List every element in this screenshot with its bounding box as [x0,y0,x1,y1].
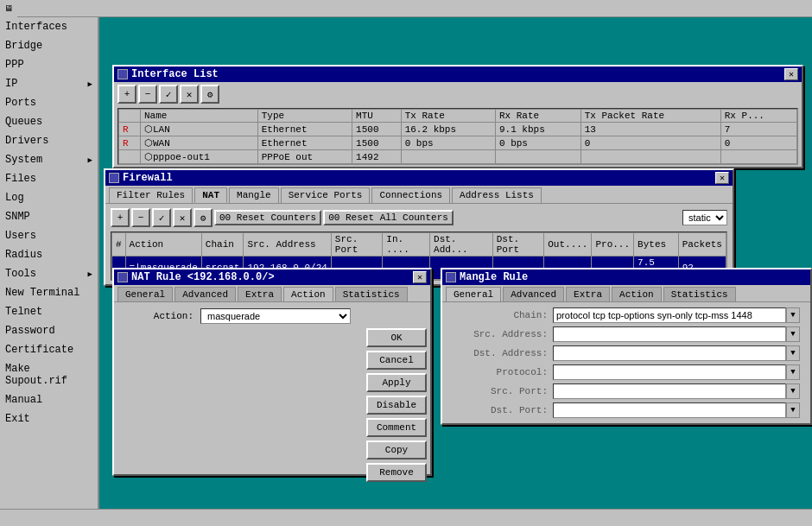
nat-rule-close[interactable]: ✕ [413,271,427,283]
fw-col-dst-port: Dst. Port [492,233,544,257]
tab-filter-rules[interactable]: Filter Rules [109,187,193,203]
sidebar-item-drivers[interactable]: Drivers [0,131,98,150]
sidebar-item-new-terminal[interactable]: New Terminal [0,283,98,302]
iface-check-button[interactable]: ✓ [159,85,178,104]
mangle-src-port-input[interactable] [553,383,786,399]
sidebar-item-make-supout[interactable]: Make Supout.rif [0,359,98,390]
nat-rule-titlebar[interactable]: NAT Rule <192.168.0.0/> ✕ [114,269,430,285]
mangle-protocol-label: Protocol: [453,367,548,377]
fw-add-button[interactable]: + [111,208,130,227]
nat-tab-statistics[interactable]: Statistics [335,287,408,301]
mangle-chain-dropdown[interactable]: ▼ [786,307,800,323]
mangle-dst-port-input[interactable] [553,402,786,418]
fw-settings-button[interactable]: ⚙ [193,208,213,227]
table-row[interactable]: R ⬡LAN Ethernet 1500 16.2 kbps 9.1 kbps … [119,123,797,136]
sidebar-item-queues[interactable]: Queues [0,112,98,131]
tab-address-lists[interactable]: Address Lists [452,187,542,203]
nat-comment-button[interactable]: Comment [366,418,427,437]
iface-cell-rx-rate [495,150,580,164]
mangle-dst-addr-label: Dst. Address: [453,348,548,358]
sidebar-item-system[interactable]: System [0,150,98,169]
sidebar-item-snmp[interactable]: SNMP [0,207,98,226]
mangle-tab-general[interactable]: General [446,287,501,301]
col-flag [119,110,141,123]
fw-check-button[interactable]: ✓ [152,208,171,227]
mangle-tab-action[interactable]: Action [612,287,662,301]
sidebar-item-ip[interactable]: IP [0,74,98,93]
firewall-titlebar[interactable]: Firewall ✕ [105,170,733,186]
sidebar-item-files[interactable]: Files [0,169,98,188]
fw-col-out: Out.... [544,233,592,257]
nat-copy-button[interactable]: Copy [366,440,427,459]
sidebar-item-radius[interactable]: Radius [0,245,98,264]
sidebar-item-bridge[interactable]: Bridge [0,36,98,55]
sidebar-item-ppp[interactable]: PPP [0,55,98,74]
nat-tab-general[interactable]: General [117,287,173,301]
fw-col-action: Action [125,233,201,257]
sidebar-item-ports[interactable]: Ports [0,93,98,112]
fw-oo-reset-button[interactable]: 00 Reset Counters [214,210,321,225]
firewall-close[interactable]: ✕ [715,172,729,184]
iface-cell-type: Ethernet [257,123,352,136]
iface-cell-flag [119,150,141,164]
sidebar-item-certificate[interactable]: Certificate [0,340,98,359]
sidebar-item-telnet[interactable]: Telnet [0,302,98,321]
sidebar-item-log[interactable]: Log [0,188,98,207]
fw-static-select[interactable]: static [682,210,727,225]
mangle-dst-port-label: Dst. Port: [453,405,548,415]
nat-disable-button[interactable]: Disable [366,396,427,415]
mangle-protocol-dropdown[interactable]: ▼ [786,364,800,380]
nat-tab-advanced[interactable]: Advanced [174,287,236,301]
tab-nat[interactable]: NAT [194,187,227,203]
nat-remove-button[interactable]: Remove [366,463,427,482]
col-name: Name [140,110,257,123]
sidebar-item-exit[interactable]: Exit [0,409,98,428]
nat-tab-action[interactable]: Action [283,287,333,301]
nat-action-select[interactable]: masquerade [200,308,351,324]
table-row[interactable]: R ⬡WAN Ethernet 1500 0 bps 0 bps 0 0 [119,136,797,150]
fw-col-proto: Pro... [592,233,634,257]
sidebar-item-password[interactable]: Password [0,321,98,340]
sidebar-item-manual[interactable]: Manual [0,390,98,409]
mangle-protocol-row: Protocol: ▼ [446,363,807,382]
interface-list-table-container: Name Type MTU Tx Rate Rx Rate Tx Packet … [117,108,798,165]
mangle-src-addr-input[interactable] [553,326,786,342]
mangle-dst-addr-dropdown[interactable]: ▼ [786,345,800,361]
nat-tab-extra[interactable]: Extra [238,287,282,301]
fw-cross-button[interactable]: ✕ [173,208,192,227]
tab-mangle[interactable]: Mangle [229,187,279,203]
taskbar: 🖥 [0,0,812,17]
iface-settings-button[interactable]: ⚙ [200,85,219,104]
mangle-src-addr-dropdown[interactable]: ▼ [786,326,800,342]
iface-cross-button[interactable]: ✕ [180,85,199,104]
mangle-chain-input[interactable] [553,307,786,323]
iface-add-button[interactable]: + [117,85,136,104]
fw-oo-reset-all-button[interactable]: 00 Reset All Counters [323,210,454,225]
taskbar-icon: 🖥 [0,0,17,17]
interface-list-close[interactable]: ✕ [784,68,798,80]
mangle-protocol-input[interactable] [553,364,786,380]
mangle-rule-titlebar[interactable]: Mangle Rule [442,269,810,285]
sidebar-item-tools[interactable]: Tools [0,264,98,283]
iface-cell-tx-rate: 16.2 kbps [401,123,495,136]
iface-cell-mtu: 1500 [352,136,402,150]
mangle-dst-addr-input[interactable] [553,345,786,361]
sidebar-item-interfaces[interactable]: Interfaces [0,17,98,36]
mangle-tab-extra[interactable]: Extra [566,287,610,301]
mangle-tab-advanced[interactable]: Advanced [503,287,564,301]
interface-list-titlebar[interactable]: Interface List ✕ [114,67,802,82]
nat-apply-button[interactable]: Apply [366,373,427,392]
mangle-dst-port-dropdown[interactable]: ▼ [786,402,800,418]
mangle-src-addr-row: Src. Address: ▼ [446,325,807,344]
sidebar-item-users[interactable]: Users [0,226,98,245]
fw-remove-button[interactable]: − [131,208,150,227]
iface-remove-button[interactable]: − [138,85,157,104]
tab-service-ports[interactable]: Service Ports [281,187,371,203]
nat-cancel-button[interactable]: Cancel [366,351,427,370]
table-row[interactable]: ⬡pppoe-out1 PPPoE out 1492 [119,150,797,164]
mangle-src-port-dropdown[interactable]: ▼ [786,383,800,399]
tab-connections[interactable]: Connections [371,187,450,203]
interface-list-window: Interface List ✕ + − ✓ ✕ ⚙ Name Type MTU… [112,65,803,168]
mangle-tab-statistics[interactable]: Statistics [663,287,736,301]
nat-ok-button[interactable]: OK [366,328,427,347]
